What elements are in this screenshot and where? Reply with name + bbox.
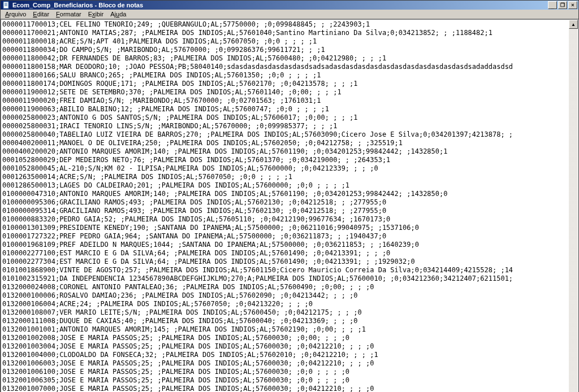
menu-edit[interactable]: Editar (29, 10, 53, 19)
app-icon (2, 1, 11, 10)
restore-button[interactable]: ❐ (558, 1, 567, 9)
text-editor[interactable]: 0000011700013;CEL FELINO TENORIO;249; ;Q… (1, 20, 569, 392)
minimize-button[interactable]: _ (548, 1, 557, 9)
menu-format[interactable]: Formatar (53, 10, 85, 19)
svg-rect-0 (3, 2, 8, 8)
window-title: Ecom_Comp_Beneficiarios - Bloco de notas (12, 2, 548, 8)
scroll-up-button[interactable]: ▲ (569, 20, 578, 29)
titlebar[interactable]: Ecom_Comp_Beneficiarios - Bloco de notas… (1, 1, 578, 10)
vscroll-track[interactable] (569, 29, 578, 392)
editor-area: 0000011700013;CEL FELINO TENORIO;249; ;Q… (1, 19, 578, 392)
close-button[interactable]: × (568, 1, 577, 9)
vertical-scrollbar[interactable]: ▲ ▼ (569, 20, 578, 392)
notepad-window: Ecom_Comp_Beneficiarios - Bloco de notas… (0, 0, 579, 392)
menu-help[interactable]: Ajuda (107, 10, 129, 19)
menu-view[interactable]: Exibir (85, 10, 107, 19)
menu-file[interactable]: Arquivo (2, 10, 29, 19)
window-buttons: _ ❐ × (548, 1, 577, 9)
menubar: Arquivo Editar Formatar Exibir Ajuda (1, 10, 578, 19)
